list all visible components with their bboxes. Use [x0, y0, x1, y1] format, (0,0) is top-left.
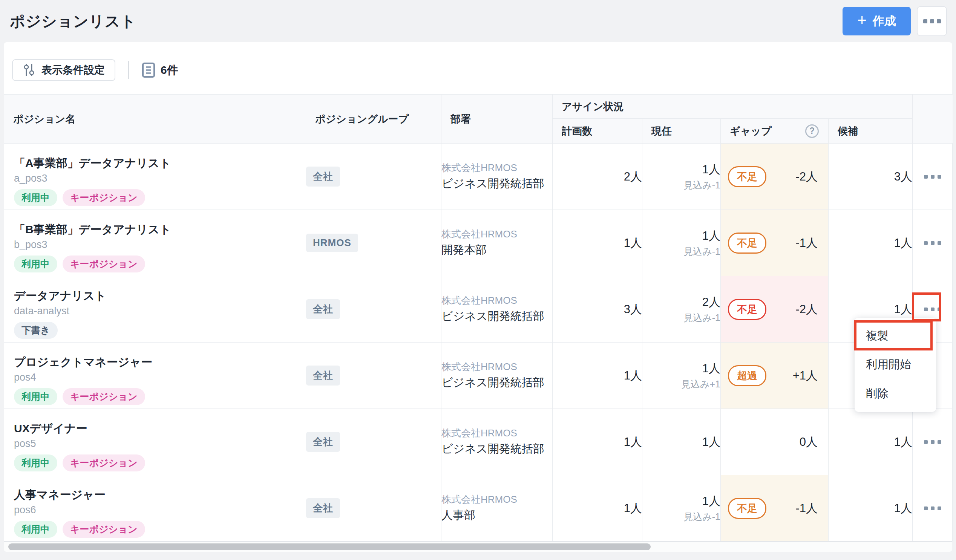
col-header-planned: 計画数 [553, 119, 642, 144]
page-title: ポジションリスト [10, 11, 137, 31]
row-menu-button[interactable] [920, 436, 945, 448]
key-position-tag: キーポジション [63, 388, 145, 405]
planned-count: 1人 [553, 409, 642, 475]
status-tag-active: 利用中 [14, 455, 57, 471]
position-name: UXデザイナー [14, 421, 306, 436]
row-menu-button[interactable] [920, 171, 945, 182]
position-code: b_pos3 [14, 239, 306, 251]
position-name: プロジェクトマネージャー [14, 355, 306, 369]
sliders-icon [23, 63, 35, 77]
company-name: 株式会社HRMOS [442, 361, 552, 373]
position-table: ポジション名 ポジショングループ 部署 アサイン状況 計画数 現任 ギャップ ?… [4, 94, 953, 541]
current-forecast: 見込み-1 [642, 245, 720, 258]
create-button-label: 作成 [873, 13, 896, 29]
department-name: 人事部 [442, 508, 552, 523]
page-header: ポジションリスト + 作成 [0, 0, 956, 42]
candidate-count: 1人 [829, 475, 913, 541]
col-header-current: 現任 [642, 119, 721, 144]
gap-status-badge: 超過 [728, 365, 766, 386]
position-code: data-analyst [14, 305, 306, 317]
position-list-card: 表示条件設定 6件 ポジション名 ポジショングループ 部署 アサイン状況 [4, 42, 952, 552]
current-count: 1人 [642, 162, 720, 177]
scrollbar-thumb[interactable] [8, 543, 651, 550]
gap-value: -1人 [796, 500, 818, 516]
col-header-position-group: ポジショングループ [306, 94, 442, 144]
toolbar: 表示条件設定 6件 [4, 42, 952, 94]
col-header-gap: ギャップ ? [721, 119, 829, 144]
col-header-actions [913, 94, 953, 144]
col-header-position-name: ポジション名 [4, 94, 306, 144]
page-more-button[interactable] [917, 6, 947, 36]
key-position-tag: キーポジション [63, 189, 145, 206]
current-count: 1人 [642, 493, 720, 509]
menu-item-delete[interactable]: 削除 [855, 380, 936, 407]
status-tag-active: 利用中 [14, 521, 57, 538]
result-count: 6件 [160, 63, 178, 78]
position-name: 人事マネージャー [14, 488, 306, 502]
current-count: 1人 [642, 228, 720, 244]
table-row[interactable]: プロジェクトマネージャー pos4 利用中 キーポジション 全社 株式会社HRM… [4, 342, 953, 409]
gap-value: 0人 [800, 434, 818, 450]
menu-item-duplicate[interactable]: 複製 [855, 322, 936, 349]
help-icon[interactable]: ? [805, 124, 819, 138]
company-name: 株式会社HRMOS [442, 228, 552, 241]
candidate-count: 3人 [829, 144, 913, 210]
table-row[interactable]: データアナリスト data-analyst 下書き 全社 株式会社HRMOS ビ… [4, 276, 953, 342]
position-group-pill: 全社 [306, 432, 340, 452]
department-name: ビジネス開発統括部 [442, 309, 552, 324]
gap-status-badge: 不足 [728, 299, 766, 320]
table-row[interactable]: 「B事業部」データアナリスト b_pos3 利用中 キーポジション HRMOS … [4, 210, 953, 276]
planned-count: 3人 [553, 276, 642, 342]
current-forecast: 見込み-1 [642, 511, 720, 523]
row-menu-button[interactable] [920, 503, 945, 514]
position-name: 「B事業部」データアナリスト [14, 222, 306, 237]
status-tag-active: 利用中 [14, 256, 57, 273]
toolbar-divider [128, 61, 129, 79]
key-position-tag: キーポジション [63, 256, 145, 273]
key-position-tag: キーポジション [63, 521, 145, 538]
row-menu-button[interactable] [920, 237, 945, 249]
planned-count: 2人 [553, 144, 642, 210]
company-name: 株式会社HRMOS [442, 493, 552, 506]
position-name: 「A事業部」データアナリスト [14, 156, 306, 170]
plus-icon: + [857, 13, 866, 28]
table-row[interactable]: UXデザイナー pos5 利用中 キーポジション 全社 株式会社HRMOS ビジ… [4, 409, 953, 475]
gap-value: -2人 [796, 301, 818, 317]
row-context-menu: 複製 利用開始 削除 [855, 318, 936, 412]
table-row[interactable]: 人事マネージャー pos6 利用中 キーポジション 全社 株式会社HRMOS 人… [4, 475, 953, 541]
col-header-candidates: 候補 [829, 119, 913, 144]
position-code: pos4 [14, 372, 306, 383]
position-group-pill: HRMOS [306, 234, 358, 252]
table-row[interactable]: 「A事業部」データアナリスト a_pos3 利用中 キーポジション 全社 株式会… [4, 144, 953, 210]
planned-count: 1人 [553, 475, 642, 541]
department-name: ビジネス開発統括部 [442, 176, 552, 191]
create-button[interactable]: + 作成 [843, 7, 911, 35]
current-forecast: 見込み+1 [642, 378, 720, 391]
status-tag-active: 利用中 [14, 388, 57, 405]
company-name: 株式会社HRMOS [442, 294, 552, 307]
current-forecast: 見込み-1 [642, 312, 720, 324]
gap-status-badge: 不足 [728, 232, 766, 254]
key-position-tag: キーポジション [63, 455, 145, 471]
horizontal-scrollbar[interactable] [4, 541, 952, 552]
list-icon [142, 62, 155, 78]
row-menu-button[interactable] [920, 304, 945, 315]
planned-count: 1人 [553, 342, 642, 409]
filter-settings-label: 表示条件設定 [41, 63, 105, 77]
current-forecast: 見込み-1 [642, 179, 720, 191]
position-group-pill: 全社 [306, 166, 340, 187]
candidate-count: 1人 [829, 210, 913, 276]
position-code: pos6 [14, 504, 306, 516]
status-tag-active: 利用中 [14, 189, 57, 206]
department-name: ビジネス開発統括部 [442, 375, 552, 391]
position-name: データアナリスト [14, 289, 306, 303]
gap-value: -2人 [796, 169, 818, 185]
filter-settings-button[interactable]: 表示条件設定 [12, 59, 115, 81]
menu-item-start-use[interactable]: 利用開始 [855, 351, 936, 378]
company-name: 株式会社HRMOS [442, 162, 552, 174]
gap-value: +1人 [793, 368, 818, 384]
position-code: pos5 [14, 438, 306, 450]
gap-value: -1人 [796, 235, 818, 251]
status-tag-draft: 下書き [14, 322, 58, 339]
company-name: 株式会社HRMOS [442, 427, 552, 440]
